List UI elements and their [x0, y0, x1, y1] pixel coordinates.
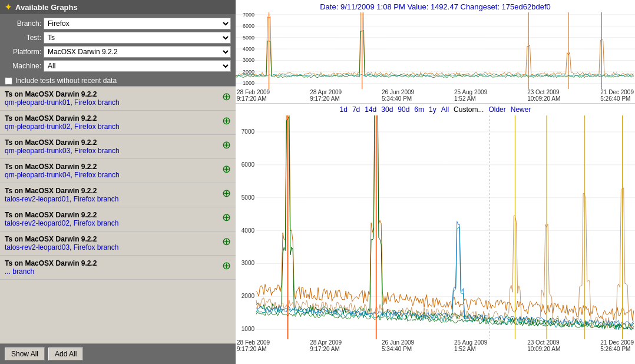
list-item-text-0: Ts on MacOSX Darwin 9.2.2 qm-pleopard-tr… [5, 90, 220, 107]
include-label: Include tests without recent data [15, 77, 117, 85]
nav-90d[interactable]: 90d [398, 105, 409, 114]
list-item-title-7: Ts on MacOSX Darwin 9.2.2 [5, 259, 220, 267]
list-item: Ts on MacOSX Darwin 9.2.2 talos-rev2-leo… [0, 207, 236, 231]
test-select[interactable]: Ts [44, 32, 231, 44]
chart-nav: 1d 7d 14d 30d 90d 6m 1y All Custom... Ol… [236, 104, 635, 115]
nav-all[interactable]: All [441, 105, 449, 114]
branch-label: Branch: [5, 19, 41, 28]
list-item-text-2: Ts on MacOSX Darwin 9.2.2 qm-pleopard-tr… [5, 138, 220, 155]
add-graph-button-3[interactable]: ⊕ [222, 164, 231, 174]
nav-14d[interactable]: 14d [365, 105, 376, 114]
machine-row: Machine: All [5, 60, 231, 72]
form-area: Branch: Firefox Test: Ts Platform: MacOS… [0, 14, 236, 75]
add-graph-button-4[interactable]: ⊕ [222, 188, 231, 198]
list-item: Ts on MacOSX Darwin 9.2.2 qm-pleopard-tr… [0, 111, 236, 135]
add-graph-button-5[interactable]: ⊕ [222, 212, 231, 223]
nav-1d[interactable]: 1d [340, 105, 348, 114]
test-row: Test: Ts [5, 32, 231, 44]
list-item: Ts on MacOSX Darwin 9.2.2 ... branch ⊕ [0, 256, 236, 280]
list-item-text-6: Ts on MacOSX Darwin 9.2.2 talos-rev2-leo… [5, 235, 220, 252]
branch-row: Branch: Firefox [5, 18, 231, 29]
list-item-text-4: Ts on MacOSX Darwin 9.2.2 talos-rev2-leo… [5, 187, 220, 203]
list-item-title-5: Ts on MacOSX Darwin 9.2.2 [5, 211, 220, 219]
add-graph-button-2[interactable]: ⊕ [222, 140, 231, 150]
list-item-link-7: ... branch [5, 267, 220, 276]
machine-label: Machine: [5, 62, 41, 70]
main-chart-container: 28 Feb 20099:17:20 AM 28 Apr 20099:17:20… [236, 115, 635, 364]
list-item-link-5: talos-rev2-leopard02, Firefox branch [5, 219, 220, 227]
left-panel: ✦ Available Graphs Branch: Firefox Test:… [0, 0, 236, 364]
list-item-link-4: talos-rev2-leopard01, Firefox branch [5, 195, 220, 203]
branch-select[interactable]: Firefox [44, 18, 231, 29]
panel-title: Available Graphs [15, 3, 78, 12]
nav-6m[interactable]: 6m [414, 105, 424, 114]
list-item-title-6: Ts on MacOSX Darwin 9.2.2 [5, 235, 220, 243]
list-item: Ts on MacOSX Darwin 9.2.2 talos-rev2-leo… [0, 183, 236, 207]
list-item-text-1: Ts on MacOSX Darwin 9.2.2 qm-pleopard-tr… [5, 114, 220, 131]
right-panel: Date: 9/11/2009 1:08 PM Value: 1492.47 C… [236, 0, 635, 364]
list-item: Ts on MacOSX Darwin 9.2.2 talos-rev2-leo… [0, 231, 236, 256]
chart-header: Date: 9/11/2009 1:08 PM Value: 1492.47 C… [236, 0, 635, 12]
nav-7d[interactable]: 7d [352, 105, 360, 114]
include-checkbox[interactable] [5, 77, 12, 85]
list-item-text-5: Ts on MacOSX Darwin 9.2.2 talos-rev2-leo… [5, 211, 220, 227]
nav-1y[interactable]: 1y [429, 105, 436, 114]
machine-select[interactable]: All [44, 60, 231, 72]
show-all-button[interactable]: Show All [5, 348, 45, 360]
list-item-link-0: qm-pleopard-trunk01, Firefox branch [5, 98, 220, 107]
mini-x-labels: 28 Feb 20099:17:20 AM 28 Apr 20099:17:20… [236, 89, 635, 102]
nav-30d[interactable]: 30d [381, 105, 393, 114]
add-graph-button-1[interactable]: ⊕ [222, 115, 231, 126]
list-item-link-1: qm-pleopard-trunk02, Firefox branch [5, 123, 220, 131]
platform-select[interactable]: MacOSX Darwin 9.2.2 [44, 46, 231, 58]
list-item-link-2: qm-pleopard-trunk03, Firefox branch [5, 147, 220, 155]
list-item-link-3: qm-pleopard-trunk04, Firefox branch [5, 171, 220, 179]
list-item-title-2: Ts on MacOSX Darwin 9.2.2 [5, 138, 220, 147]
platform-row: Platform: MacOSX Darwin 9.2.2 [5, 46, 231, 58]
list-item-text-3: Ts on MacOSX Darwin 9.2.2 qm-pleopard-tr… [5, 163, 220, 179]
list-item-text-7: Ts on MacOSX Darwin 9.2.2 ... branch [5, 259, 220, 276]
include-row: Include tests without recent data [0, 75, 236, 86]
list-item: Ts on MacOSX Darwin 9.2.2 qm-pleopard-tr… [0, 87, 236, 111]
list-item: Ts on MacOSX Darwin 9.2.2 qm-pleopard-tr… [0, 135, 236, 159]
list-item: Ts on MacOSX Darwin 9.2.2 qm-pleopard-tr… [0, 159, 236, 183]
nav-older[interactable]: Older [488, 105, 505, 114]
add-graph-button-0[interactable]: ⊕ [222, 91, 231, 102]
panel-icon: ✦ [5, 2, 12, 12]
list-item-title-4: Ts on MacOSX Darwin 9.2.2 [5, 187, 220, 195]
nav-newer[interactable]: Newer [511, 105, 531, 114]
add-graph-button-7[interactable]: ⊕ [222, 260, 231, 271]
main-x-labels: 28 Feb 20099:17:20 AM 28 Apr 20099:17:20… [236, 339, 635, 352]
graph-list: Ts on MacOSX Darwin 9.2.2 qm-pleopard-tr… [0, 86, 236, 343]
add-all-button[interactable]: Add All [48, 348, 83, 360]
list-item-title-3: Ts on MacOSX Darwin 9.2.2 [5, 163, 220, 171]
add-graph-button-6[interactable]: ⊕ [222, 236, 231, 247]
test-label: Test: [5, 34, 41, 42]
list-item-title-1: Ts on MacOSX Darwin 9.2.2 [5, 114, 220, 123]
list-item-title-0: Ts on MacOSX Darwin 9.2.2 [5, 90, 220, 98]
mini-chart [236, 12, 635, 89]
mini-chart-container: 28 Feb 20099:17:20 AM 28 Apr 20099:17:20… [236, 12, 635, 104]
main-chart [236, 115, 635, 339]
bottom-buttons: Show All Add All [0, 343, 236, 364]
panel-header: ✦ Available Graphs [0, 0, 236, 14]
list-item-link-6: talos-rev2-leopard03, Firefox branch [5, 243, 220, 252]
platform-label: Platform: [5, 48, 41, 56]
nav-custom: Custom... [454, 105, 484, 114]
